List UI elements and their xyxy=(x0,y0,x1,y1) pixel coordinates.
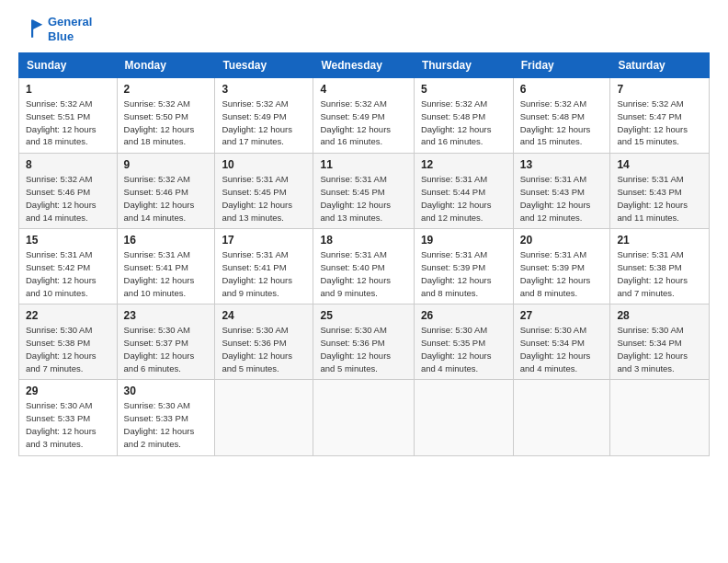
day-number: 23 xyxy=(124,309,209,322)
day-info: Sunrise: 5:30 AM Sunset: 5:34 PM Dayligh… xyxy=(617,324,702,374)
table-row: 25 Sunrise: 5:30 AM Sunset: 5:36 PM Dayl… xyxy=(313,304,414,380)
day-number: 5 xyxy=(421,83,506,96)
day-info: Sunrise: 5:30 AM Sunset: 5:34 PM Dayligh… xyxy=(520,324,604,374)
weekday-thursday: Thursday xyxy=(414,53,513,78)
day-info: Sunrise: 5:32 AM Sunset: 5:46 PM Dayligh… xyxy=(124,173,209,224)
table-row: 16 Sunrise: 5:31 AM Sunset: 5:41 PM Dayl… xyxy=(117,229,215,304)
table-row: 29 Sunrise: 5:30 AM Sunset: 5:33 PM Dayl… xyxy=(19,380,118,455)
logo-icon xyxy=(18,17,44,42)
day-number: 28 xyxy=(617,309,702,322)
day-number: 8 xyxy=(26,158,110,171)
day-info: Sunrise: 5:32 AM Sunset: 5:49 PM Dayligh… xyxy=(320,98,406,148)
day-number: 25 xyxy=(320,309,406,322)
table-row: 13 Sunrise: 5:31 AM Sunset: 5:43 PM Dayl… xyxy=(513,154,610,229)
logo-text: General Blue xyxy=(48,15,92,43)
table-row: 26 Sunrise: 5:30 AM Sunset: 5:35 PM Dayl… xyxy=(414,304,513,380)
weekday-friday: Friday xyxy=(513,53,610,78)
svg-rect-2 xyxy=(31,19,33,37)
day-number: 1 xyxy=(26,83,110,96)
day-number: 6 xyxy=(520,83,604,96)
day-info: Sunrise: 5:31 AM Sunset: 5:40 PM Dayligh… xyxy=(320,248,406,299)
day-info: Sunrise: 5:30 AM Sunset: 5:33 PM Dayligh… xyxy=(26,399,110,450)
table-row: 1 Sunrise: 5:32 AM Sunset: 5:51 PM Dayli… xyxy=(19,78,118,154)
table-row: 11 Sunrise: 5:31 AM Sunset: 5:45 PM Dayl… xyxy=(313,154,414,229)
table-row: 7 Sunrise: 5:32 AM Sunset: 5:47 PM Dayli… xyxy=(610,78,710,154)
day-number: 27 xyxy=(520,309,604,322)
day-info: Sunrise: 5:31 AM Sunset: 5:45 PM Dayligh… xyxy=(222,173,306,224)
calendar-row-4: 22 Sunrise: 5:30 AM Sunset: 5:38 PM Dayl… xyxy=(19,304,710,380)
day-info: Sunrise: 5:31 AM Sunset: 5:41 PM Dayligh… xyxy=(222,248,306,299)
day-number: 7 xyxy=(617,83,702,96)
day-number: 20 xyxy=(520,234,604,247)
logo: General Blue xyxy=(18,15,92,43)
calendar: SundayMondayTuesdayWednesdayThursdayFrid… xyxy=(18,52,710,455)
table-row xyxy=(513,380,610,455)
day-number: 21 xyxy=(617,234,702,247)
day-number: 19 xyxy=(421,234,506,247)
calendar-header: SundayMondayTuesdayWednesdayThursdayFrid… xyxy=(19,53,710,78)
table-row: 19 Sunrise: 5:31 AM Sunset: 5:39 PM Dayl… xyxy=(414,229,513,304)
day-info: Sunrise: 5:31 AM Sunset: 5:43 PM Dayligh… xyxy=(520,173,604,224)
day-info: Sunrise: 5:30 AM Sunset: 5:38 PM Dayligh… xyxy=(26,324,110,374)
day-info: Sunrise: 5:31 AM Sunset: 5:38 PM Dayligh… xyxy=(617,248,702,299)
table-row: 20 Sunrise: 5:31 AM Sunset: 5:39 PM Dayl… xyxy=(513,229,610,304)
table-row: 12 Sunrise: 5:31 AM Sunset: 5:44 PM Dayl… xyxy=(414,154,513,229)
table-row: 2 Sunrise: 5:32 AM Sunset: 5:50 PM Dayli… xyxy=(117,78,215,154)
table-row: 5 Sunrise: 5:32 AM Sunset: 5:48 PM Dayli… xyxy=(414,78,513,154)
day-number: 14 xyxy=(617,158,702,171)
table-row: 17 Sunrise: 5:31 AM Sunset: 5:41 PM Dayl… xyxy=(215,229,313,304)
day-number: 16 xyxy=(124,234,209,247)
day-number: 11 xyxy=(320,158,406,171)
table-row: 4 Sunrise: 5:32 AM Sunset: 5:49 PM Dayli… xyxy=(313,78,414,154)
table-row: 22 Sunrise: 5:30 AM Sunset: 5:38 PM Dayl… xyxy=(19,304,118,380)
day-number: 18 xyxy=(320,234,406,247)
table-row: 6 Sunrise: 5:32 AM Sunset: 5:48 PM Dayli… xyxy=(513,78,610,154)
day-info: Sunrise: 5:32 AM Sunset: 5:49 PM Dayligh… xyxy=(222,98,306,148)
day-info: Sunrise: 5:30 AM Sunset: 5:36 PM Dayligh… xyxy=(222,324,306,374)
day-info: Sunrise: 5:30 AM Sunset: 5:33 PM Dayligh… xyxy=(124,399,209,450)
weekday-monday: Monday xyxy=(117,53,215,78)
day-info: Sunrise: 5:32 AM Sunset: 5:50 PM Dayligh… xyxy=(124,98,209,148)
day-number: 10 xyxy=(222,158,306,171)
table-row: 21 Sunrise: 5:31 AM Sunset: 5:38 PM Dayl… xyxy=(610,229,710,304)
day-info: Sunrise: 5:31 AM Sunset: 5:39 PM Dayligh… xyxy=(421,248,506,299)
day-info: Sunrise: 5:31 AM Sunset: 5:39 PM Dayligh… xyxy=(520,248,604,299)
day-info: Sunrise: 5:30 AM Sunset: 5:35 PM Dayligh… xyxy=(421,324,506,374)
weekday-sunday: Sunday xyxy=(19,53,118,78)
weekday-wednesday: Wednesday xyxy=(313,53,414,78)
table-row xyxy=(610,380,710,455)
day-number: 17 xyxy=(222,234,306,247)
table-row: 15 Sunrise: 5:31 AM Sunset: 5:42 PM Dayl… xyxy=(19,229,118,304)
weekday-tuesday: Tuesday xyxy=(215,53,313,78)
table-row xyxy=(313,380,414,455)
day-number: 24 xyxy=(222,309,306,322)
day-number: 3 xyxy=(222,83,306,96)
weekday-saturday: Saturday xyxy=(610,53,710,78)
day-info: Sunrise: 5:30 AM Sunset: 5:36 PM Dayligh… xyxy=(320,324,406,374)
table-row: 27 Sunrise: 5:30 AM Sunset: 5:34 PM Dayl… xyxy=(513,304,610,380)
weekday-row: SundayMondayTuesdayWednesdayThursdayFrid… xyxy=(19,53,710,78)
table-row: 8 Sunrise: 5:32 AM Sunset: 5:46 PM Dayli… xyxy=(19,154,118,229)
table-row: 23 Sunrise: 5:30 AM Sunset: 5:37 PM Dayl… xyxy=(117,304,215,380)
header: General Blue xyxy=(18,15,710,43)
day-number: 30 xyxy=(124,385,209,397)
day-info: Sunrise: 5:31 AM Sunset: 5:45 PM Dayligh… xyxy=(320,173,406,224)
page: General Blue SundayMondayTuesdayWednesda… xyxy=(0,0,728,563)
day-info: Sunrise: 5:32 AM Sunset: 5:46 PM Dayligh… xyxy=(26,173,110,224)
day-number: 12 xyxy=(421,158,506,171)
table-row: 10 Sunrise: 5:31 AM Sunset: 5:45 PM Dayl… xyxy=(215,154,313,229)
day-info: Sunrise: 5:31 AM Sunset: 5:44 PM Dayligh… xyxy=(421,173,506,224)
day-info: Sunrise: 5:32 AM Sunset: 5:51 PM Dayligh… xyxy=(26,98,110,148)
day-info: Sunrise: 5:32 AM Sunset: 5:48 PM Dayligh… xyxy=(421,98,506,148)
table-row: 14 Sunrise: 5:31 AM Sunset: 5:43 PM Dayl… xyxy=(610,154,710,229)
calendar-body: 1 Sunrise: 5:32 AM Sunset: 5:51 PM Dayli… xyxy=(19,78,710,455)
calendar-row-3: 15 Sunrise: 5:31 AM Sunset: 5:42 PM Dayl… xyxy=(19,229,710,304)
day-number: 15 xyxy=(26,234,110,247)
day-info: Sunrise: 5:31 AM Sunset: 5:42 PM Dayligh… xyxy=(26,248,110,299)
day-info: Sunrise: 5:31 AM Sunset: 5:41 PM Dayligh… xyxy=(124,248,209,299)
calendar-row-2: 8 Sunrise: 5:32 AM Sunset: 5:46 PM Dayli… xyxy=(19,154,710,229)
day-info: Sunrise: 5:32 AM Sunset: 5:47 PM Dayligh… xyxy=(617,98,702,148)
day-number: 4 xyxy=(320,83,406,96)
day-info: Sunrise: 5:32 AM Sunset: 5:48 PM Dayligh… xyxy=(520,98,604,148)
day-number: 9 xyxy=(124,158,209,171)
